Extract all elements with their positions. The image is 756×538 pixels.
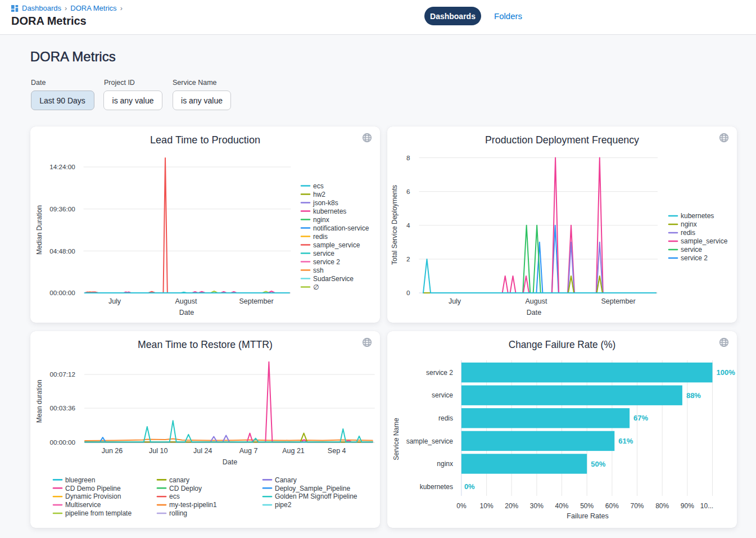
svg-text:service 2: service 2 [681, 254, 708, 262]
svg-text:10%: 10% [480, 502, 494, 510]
svg-text:Mean duration: Mean duration [35, 380, 43, 423]
svg-text:redis: redis [438, 414, 453, 422]
svg-text:Multiservice: Multiservice [65, 501, 101, 509]
svg-text:00:00:00: 00:00:00 [49, 289, 75, 296]
svg-text:sample_service: sample_service [313, 241, 360, 249]
svg-text:0%: 0% [456, 502, 467, 510]
svg-text:Canary: Canary [275, 476, 297, 484]
svg-text:hw2: hw2 [313, 191, 325, 198]
svg-text:Failure Rates: Failure Rates [567, 512, 608, 520]
svg-text:sample_service: sample_service [406, 437, 454, 445]
svg-text:4: 4 [406, 221, 410, 229]
svg-text:Median Duration: Median Duration [35, 205, 43, 255]
svg-text:Sep 4: Sep 4 [328, 447, 346, 455]
svg-text:30%: 30% [530, 502, 544, 510]
svg-text:Golden PM Signoff Pipeline: Golden PM Signoff Pipeline [275, 492, 357, 500]
svg-text:service 2: service 2 [426, 369, 453, 377]
svg-text:sample_service: sample_service [681, 237, 728, 245]
svg-text:notification-service: notification-service [313, 224, 369, 232]
svg-text:67%: 67% [633, 414, 648, 422]
svg-text:CD Demo Pipeline: CD Demo Pipeline [65, 485, 121, 492]
svg-text:09:36:00: 09:36:00 [49, 205, 75, 213]
svg-text:Mean Time to Restore (MTTR): Mean Time to Restore (MTTR) [138, 338, 273, 350]
svg-text:kubernetes: kubernetes [681, 212, 714, 220]
svg-text:04:48:00: 04:48:00 [49, 247, 75, 255]
svg-text:service: service [432, 391, 453, 399]
svg-text:88%: 88% [686, 391, 701, 400]
svg-text:September: September [239, 297, 273, 305]
svg-text:14:24:00: 14:24:00 [49, 163, 75, 170]
svg-text:Date: Date [223, 458, 237, 466]
svg-text:August: August [526, 297, 547, 305]
svg-text:61%: 61% [618, 437, 633, 445]
svg-text:nginx: nginx [313, 216, 329, 224]
svg-text:pipeline from template: pipeline from template [65, 509, 132, 517]
svg-text:SudarService: SudarService [313, 275, 354, 283]
svg-text:July: July [108, 297, 121, 305]
svg-text:CD Deploy: CD Deploy [169, 485, 202, 492]
svg-text:kubernetes: kubernetes [420, 483, 453, 491]
svg-text:50%: 50% [580, 502, 594, 510]
svg-text:Date: Date [527, 309, 541, 317]
svg-text:Change Failure Rate (%): Change Failure Rate (%) [509, 338, 616, 350]
svg-text:00:03:36: 00:03:36 [49, 404, 75, 412]
svg-text:6: 6 [406, 188, 410, 195]
svg-text:90%: 90% [681, 502, 694, 510]
svg-text:Jul 10: Jul 10 [149, 447, 168, 455]
svg-text:80%: 80% [655, 502, 669, 510]
svg-text:Lead Time to Production: Lead Time to Production [150, 134, 260, 146]
svg-text:50%: 50% [591, 460, 605, 468]
svg-text:nginx: nginx [681, 220, 697, 228]
svg-text:Jun 26: Jun 26 [102, 447, 123, 455]
svg-text:2: 2 [406, 255, 410, 263]
svg-text:0%: 0% [464, 482, 475, 491]
svg-text:Service Name: Service Name [392, 418, 400, 460]
svg-text:Date: Date [179, 309, 194, 317]
svg-text:Production Deployment Frequenc: Production Deployment Frequency [485, 134, 640, 146]
svg-text:10...: 10... [700, 502, 713, 510]
svg-text:redis: redis [681, 229, 695, 237]
svg-text:service: service [681, 246, 702, 254]
svg-text:40%: 40% [555, 502, 569, 510]
svg-text:rolling: rolling [169, 509, 187, 517]
svg-text:00:07:12: 00:07:12 [49, 370, 75, 378]
svg-text:kubernetes: kubernetes [313, 207, 346, 215]
svg-text:redis: redis [313, 233, 328, 241]
svg-text:json-k8s: json-k8s [313, 199, 338, 207]
svg-text:September: September [601, 297, 635, 305]
svg-text:pipe2: pipe2 [275, 501, 292, 509]
svg-text:∅: ∅ [313, 283, 319, 291]
svg-text:Total Service Deployments: Total Service Deployments [391, 185, 399, 265]
svg-text:Jul 24: Jul 24 [193, 447, 212, 455]
svg-text:bluegreen: bluegreen [65, 476, 95, 484]
svg-text:20%: 20% [505, 502, 518, 510]
svg-text:ecs: ecs [169, 492, 180, 500]
svg-text:service: service [313, 250, 334, 257]
svg-text:60%: 60% [605, 502, 619, 510]
svg-text:Aug 7: Aug 7 [239, 447, 258, 455]
svg-text:100%: 100% [717, 368, 736, 377]
svg-text:Aug 21: Aug 21 [282, 447, 305, 455]
svg-text:service 2: service 2 [313, 258, 340, 266]
svg-text:canary: canary [169, 476, 189, 484]
svg-text:00:00:00: 00:00:00 [49, 438, 75, 446]
svg-text:70%: 70% [631, 502, 644, 510]
svg-text:ssh: ssh [313, 266, 324, 274]
svg-text:my-test-pipelin1: my-test-pipelin1 [169, 501, 217, 509]
svg-text:Deploy_Sample_Pipeline: Deploy_Sample_Pipeline [275, 485, 350, 492]
svg-text:July: July [449, 297, 461, 305]
svg-text:nginx: nginx [437, 460, 453, 468]
svg-text:8: 8 [406, 154, 410, 161]
svg-text:Dynamic Provision: Dynamic Provision [65, 492, 121, 500]
svg-text:ecs: ecs [313, 182, 324, 190]
svg-text:August: August [175, 297, 197, 305]
svg-text:0: 0 [406, 289, 410, 296]
